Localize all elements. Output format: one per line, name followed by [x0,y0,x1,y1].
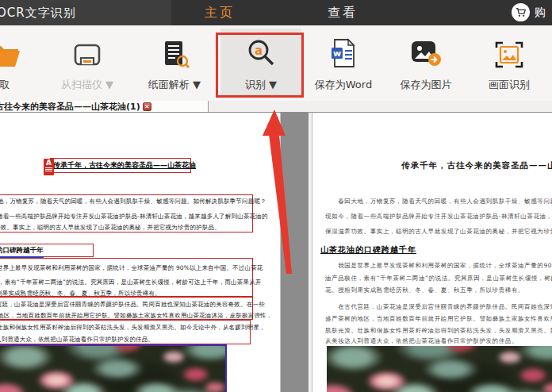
result-line: 油产品极佳，素有“千年茶树二两油”的说法。究其原因，是山茶树生长缓慢，树龄可达上… [325,275,552,282]
document-tab-strip: 古往今来的美容圣品——山茶花油(1) ✕ [0,101,552,113]
source-line: 随着一些高端护肤品牌开始专注开发山茶花油护肤品-林清轩山茶花油，越来越多人了解到… [0,213,268,221]
recognize-button[interactable]: a 识别 ▼ [220,29,301,97]
result-line: 现如今，随着一些高端护肤品牌开始专注开发山茶花油护肤品-林清轩山茶花油，越来越多… [325,213,552,221]
recognize-glyph: a [255,44,263,58]
purchase-button[interactable]: 购 [512,3,546,21]
source-title: 传承千年，古往今来的美容圣品——山茶花油 [53,160,196,171]
save-as-image-label: 保存为图片 [390,78,462,92]
ocr-zone-title[interactable]: 传承千年，古往今来的美容圣品——山茶花油 [50,158,191,173]
ocr-zone-paragraph-2[interactable]: 世界上最早发现茶树和利用茶树的国家，据统计，全球茶油产量的 90%以上来自中国。… [0,258,253,297]
screen-recognize-label: 画面识别 [473,78,545,92]
source-line: 功效。事实上，聪明的古人早就发现了山茶花油的奥秘，并把它视为珍贵的护肤品。 [0,224,220,232]
content-area: A 传承千年，古往今来的美容圣品——山茶花油 地，万物复苏，随着天气的回暖，有些… [0,113,552,392]
ribbon-tab-view[interactable]: 查看 [328,5,358,21]
result-line: 在古代宫廷，山茶花油是深受后宫佳丽青睐的养颜护肤佳品。民间百姓也深知山茶花油的美 [325,303,552,311]
result-line: 保湿滋养功效。事实上，聪明的古人早就发现了山茶花油的奥秘，并把它视为珍贵的护肤品… [325,228,552,236]
title-bar: OCR文字识别 主页 查看 购 [0,0,552,25]
screen-capture-icon [473,29,545,71]
ocr-zone-paragraph-4[interactable]: 壮族和侗族女性用茶籽榨油后得到的茶枯洗头发，头发顺滑又黑亮。如今无论中外，从名媛… [0,320,251,344]
app-title: OCR文字识别 [0,6,76,21]
source-line: 地，万物复苏，随着天气的回暖，有些人会遇到肌肤干燥、敏感等问题。如何解决肌肤季节… [0,198,266,206]
paper-analysis-label: 纸面解析 ▼ [138,78,211,92]
read-button[interactable]: 取 [0,29,33,97]
source-line: ，素有“千年茶树二两油”的说法。究其原因，是山茶树生长缓慢，树龄可达上千年，而山… [0,279,262,286]
result-line: 盛产茶树的地区，当地百姓数百年前就开始用它护肤。譬如彝族土家族女性喜欢用山茶花油… [325,315,552,323]
ribbon-toolbar: 取 从扫描仪 ▼ 纸面解析 ▼ [0,25,552,102]
source-page: A 传承千年，古往今来的美容圣品——山茶花油 地，万物复苏，随着天气的回暖，有些… [0,113,281,392]
word-file-icon: w [309,29,378,71]
from-scanner-button[interactable]: 从扫描仪 ▼ [51,29,124,97]
camellia-photo [327,346,552,392]
result-line: 我国是世界上最早发现茶树和利用茶树的国家，据统计，全球茶油产量的90%以上来自中… [325,262,552,270]
viewer-background [281,113,309,392]
source-line: 地区，当地百姓数百年前就开始用它护肤。譬如彝族土家族女性喜欢用山茶花油沐浴，皮肤… [0,312,273,320]
close-icon[interactable]: ✕ [143,102,151,111]
paper-analysis-icon [138,29,211,71]
read-label: 取 [0,78,33,92]
recognize-label: 识别 ▼ [220,78,301,92]
scanner-icon [51,29,124,71]
result-line: 春回大地，万物复苏，随着天气的回暖，有些人会遇到肌肤干燥、敏感等问题。如何解决 [325,198,552,206]
source-line: 人到普通大众，依然把山茶花油看作日常护肤护发的佳品。 [0,336,154,344]
text-zone-marker-icon: A [44,159,54,175]
recognize-icon: a [220,29,301,71]
camellia-photo [0,344,227,392]
save-as-image-button[interactable]: 保存为图片 [390,29,462,97]
source-line: 壮族和侗族女性用茶籽榨油后得到的茶枯洗头发，头发顺滑又黑亮。如今无论中外，从名媛… [0,324,266,332]
folder-open-icon [0,29,33,71]
result-line: 肌肤光滑。壮族和侗族女性用茶籽榨油后得到的茶枯洗头发，头发顺滑又黑亮。如今无论中… [325,327,552,335]
ocr-zone-paragraph-1[interactable]: 地，万物复苏，随着天气的回暖，有些人会遇到肌肤干燥、敏感等问题。如何解决肌肤季节… [0,194,253,233]
ocr-zone-subtitle[interactable]: 的口碑跨越千年 [0,244,94,257]
save-as-word-label: 保存为Word [309,78,378,92]
cart-icon [512,3,530,21]
ocr-zone-image[interactable] [0,344,227,392]
source-subtitle: 的口碑跨越千年 [0,246,44,258]
result-line: 从美妆达人到普通大众，依然把山茶花油看作日常护肤护发的佳品。 [325,337,518,345]
result-line: 花。授粉到果实成熟需经历秋、冬、春、夏、秋五季，所以珍贵稀有。 [325,286,524,294]
document-tab[interactable]: 古往今来的美容圣品——山茶花油(1) ✕ [0,101,209,112]
document-tab-title: 古往今来的美容圣品——山茶花油(1) [0,101,140,112]
result-page: 传承千年，古往今来的美容圣品——山茶花油 春回大地，万物复苏，随着天气的回暖，有… [312,113,552,392]
screen-recognize-button[interactable]: 画面识别 [473,29,545,97]
ocr-zone-paragraph-3[interactable]: 宫廷，山茶花油是深受后宫佳丽青睐的养颜护肤佳品。民间百姓也深知山茶花油的美容奇效… [0,297,253,320]
word-glyph: w [333,48,341,59]
result-image [327,346,552,392]
result-title: 传承千年，古往今来的美容圣品——山茶花油 [401,160,552,171]
purchase-label: 购 [535,6,546,20]
ribbon-tab-home[interactable]: 主页 [205,5,235,21]
save-as-word-button[interactable]: w 保存为Word [309,29,378,97]
from-scanner-label: 从扫描仪 ▼ [51,78,124,92]
image-file-icon [390,29,462,71]
result-heading: 山茶花油的口碑跨越千年 [320,244,416,256]
source-line: 世界上最早发现茶树和利用茶树的国家，据统计，全球茶油产量的 90%以上来自中国。… [0,264,263,272]
paper-analysis-button[interactable]: 纸面解析 ▼ [138,29,211,97]
source-line: 宫廷，山茶花油是深受后宫佳丽青睐的养颜护肤佳品。民间百姓也深知山茶花油的美容奇效… [0,301,265,309]
